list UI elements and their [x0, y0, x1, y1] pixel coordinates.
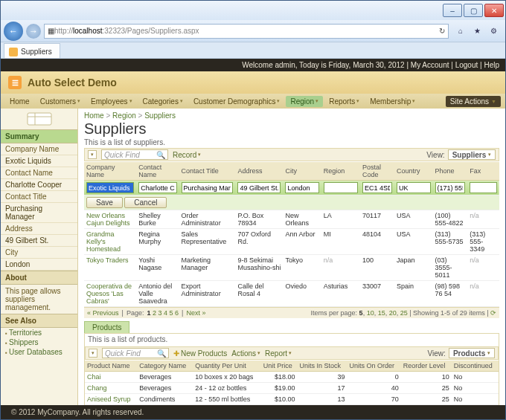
column-header[interactable]: Company Name: [84, 162, 136, 181]
edit-region-input[interactable]: [324, 182, 358, 193]
cell-product-name[interactable]: Aniseed Syrup: [85, 394, 137, 405]
edit-title-input[interactable]: [182, 182, 234, 193]
cell-company[interactable]: Tokyo Traders: [84, 255, 136, 281]
pager-ipp-option[interactable]: 10: [367, 309, 374, 317]
seealso-link[interactable]: User Databases: [1, 347, 77, 357]
pager-page[interactable]: 4: [164, 309, 167, 317]
edit-company-input[interactable]: [86, 182, 134, 193]
pager-page[interactable]: 1: [147, 309, 150, 317]
column-header[interactable]: Quantity Per Unit: [193, 361, 260, 372]
edit-country-input[interactable]: [397, 182, 430, 193]
menu-item-home[interactable]: Home: [5, 96, 34, 107]
column-header[interactable]: Postal Code: [360, 162, 394, 181]
column-header[interactable]: Reorder Level: [401, 361, 452, 372]
menu-item-membership[interactable]: Membership ▾: [365, 96, 420, 107]
column-header[interactable]: Units On Order: [348, 361, 401, 372]
column-header[interactable]: Product Name: [85, 361, 137, 372]
table-row[interactable]: Cooperativa de Quesos 'Las Cabras'Antoni…: [84, 281, 499, 307]
new-products-button[interactable]: ✚ New Products: [173, 349, 227, 358]
column-header[interactable]: Units In Stock: [298, 361, 348, 372]
menu-item-region[interactable]: Region ▾: [286, 96, 323, 107]
menu-item-categories[interactable]: Categories ▾: [138, 96, 188, 107]
window-close[interactable]: ✕: [484, 4, 504, 17]
search-icon[interactable]: 🔍: [156, 151, 165, 159]
record-menu[interactable]: Record ▾: [173, 151, 201, 159]
column-header[interactable]: Region: [321, 162, 360, 181]
window-minimize[interactable]: –: [443, 4, 462, 17]
cell-company[interactable]: Grandma Kelly's Homestead: [84, 229, 136, 255]
nav-back-button[interactable]: ←: [4, 22, 23, 41]
column-header[interactable]: City: [283, 162, 321, 181]
menu-item-reports[interactable]: Reports ▾: [324, 96, 364, 107]
quick-find-input[interactable]: Quick Find 🔍: [101, 149, 168, 160]
pager-ipp-option[interactable]: 20: [389, 309, 397, 317]
column-header[interactable]: Phone: [433, 162, 468, 181]
seealso-link[interactable]: Shippers: [1, 337, 77, 347]
cell-company[interactable]: New Orleans Cajun Delights: [84, 210, 136, 229]
menu-item-customer-demographics[interactable]: Customer Demographics ▾: [189, 96, 285, 107]
tools-icon[interactable]: ⚙: [487, 25, 499, 37]
breadcrumb-link[interactable]: Suppliers: [144, 112, 176, 120]
site-actions-button[interactable]: Site Actions ▼: [446, 96, 501, 107]
refresh-icon[interactable]: ↻: [439, 27, 445, 35]
breadcrumb-link[interactable]: Region: [112, 112, 136, 120]
edit-city-input[interactable]: [285, 182, 318, 193]
cell-product-name[interactable]: Chai: [85, 372, 137, 383]
favorites-icon[interactable]: ★: [471, 25, 483, 37]
column-header[interactable]: Contact Title: [179, 162, 236, 181]
column-header[interactable]: Unit Price: [261, 361, 298, 372]
products-quick-find-input[interactable]: Quick Find 🔍: [102, 348, 169, 358]
column-header[interactable]: Contact Name: [136, 162, 179, 181]
nav-forward-button[interactable]: →: [26, 24, 41, 39]
actions-menu[interactable]: Actions ▾: [231, 349, 260, 358]
breadcrumb-link[interactable]: Home: [84, 112, 104, 120]
tab-products[interactable]: Products: [84, 321, 129, 333]
pager-ipp-option[interactable]: 5: [359, 309, 363, 317]
my-account-link[interactable]: My Account: [411, 61, 449, 69]
column-header[interactable]: Category Name: [137, 361, 193, 372]
edit-address-input[interactable]: [237, 182, 281, 193]
view-selector[interactable]: Suppliers ▾: [448, 149, 496, 160]
cell-company[interactable]: Cooperativa de Quesos 'Las Cabras': [84, 281, 136, 307]
browser-tab[interactable]: Suppliers: [4, 43, 60, 58]
table-row[interactable]: ChangBeverages24 - 12 oz bottles$19.0017…: [85, 383, 499, 394]
edit-fax-input[interactable]: [470, 182, 497, 193]
pager-prev[interactable]: « Previous: [87, 309, 119, 317]
search-icon[interactable]: 🔍: [157, 349, 166, 358]
seealso-link[interactable]: Territories: [1, 328, 77, 337]
table-row[interactable]: Aniseed SyrupCondiments12 - 550 ml bottl…: [85, 394, 499, 405]
report-menu[interactable]: Report ▾: [265, 349, 292, 358]
column-header[interactable]: Country: [394, 162, 432, 181]
pager-page[interactable]: 6: [175, 309, 179, 317]
table-row[interactable]: ChaiBeverages10 boxes x 20 bags$18.00390…: [85, 372, 499, 383]
menu-item-employees[interactable]: Employees ▾: [86, 96, 136, 107]
cell-product-name[interactable]: Chang: [85, 383, 137, 394]
toolbar-menu-dropdown[interactable]: ▾: [88, 150, 97, 159]
help-link[interactable]: Help: [484, 61, 499, 69]
edit-phone-input[interactable]: [435, 182, 466, 193]
menu-item-customers[interactable]: Customers ▾: [36, 96, 85, 107]
products-view-selector[interactable]: Products ▾: [449, 348, 495, 358]
table-row[interactable]: New Orleans Cajun DelightsShelley BurkeO…: [84, 210, 499, 229]
pager-ipp-option[interactable]: 25: [400, 309, 408, 317]
edit-contact-input[interactable]: [138, 182, 176, 193]
pager-next[interactable]: Next »: [186, 309, 205, 317]
window-maximize[interactable]: ▢: [464, 4, 483, 17]
pager-page[interactable]: 2: [153, 309, 156, 317]
pager-page[interactable]: 3: [158, 309, 161, 317]
address-bar[interactable]: ▦ http:// localhost :32323/Pages/Supplie…: [44, 24, 449, 39]
save-button[interactable]: Save: [86, 197, 123, 208]
refresh-icon[interactable]: ⟳: [490, 309, 496, 317]
table-row[interactable]: Tokyo TradersYoshi NagaseMarketing Manag…: [84, 255, 499, 281]
pager-ipp-option[interactable]: 15: [378, 309, 385, 317]
cancel-button[interactable]: Cancel: [124, 197, 167, 208]
column-header[interactable]: Fax: [467, 162, 499, 181]
column-header[interactable]: Discontinued: [452, 361, 499, 372]
column-header[interactable]: Address: [235, 162, 283, 181]
home-icon[interactable]: ⌂: [455, 25, 467, 37]
toolbar-menu-dropdown[interactable]: ▾: [89, 349, 97, 358]
edit-postal-input[interactable]: [362, 182, 392, 193]
table-row[interactable]: Grandma Kelly's HomesteadRegina MurphySa…: [84, 229, 499, 255]
pager-page[interactable]: 5: [170, 309, 173, 317]
logout-link[interactable]: Logout: [455, 61, 478, 69]
